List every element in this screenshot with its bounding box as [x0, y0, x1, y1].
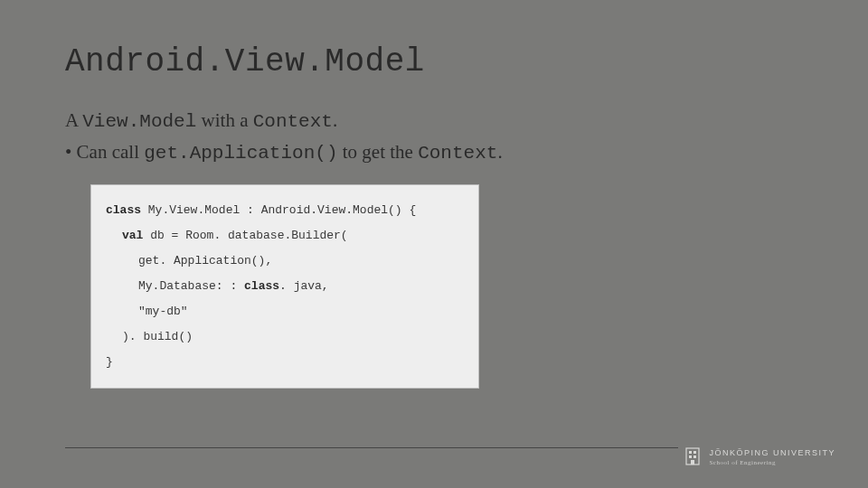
code-line-6: ). build()	[106, 324, 464, 350]
code-span-context2: Context	[418, 143, 497, 164]
code-text: My.Database: :	[138, 279, 244, 293]
bullet-text: • Can call	[65, 141, 144, 163]
text-prefix: A	[65, 109, 82, 131]
slide-title: Android.View.Model	[65, 43, 803, 80]
svg-rect-4	[693, 455, 696, 458]
school-name: School of Engineering	[709, 459, 835, 466]
code-line-2: val db = Room. database.Builder(	[106, 223, 464, 249]
code-text: . java,	[279, 279, 329, 293]
svg-rect-3	[689, 455, 692, 458]
svg-rect-2	[693, 451, 696, 454]
code-span-context: Context	[253, 111, 333, 132]
slide-content: Android.View.Model A View.Model with a C…	[0, 0, 868, 488]
footer-divider	[65, 447, 678, 448]
code-span-viewmodel: View.Model	[82, 111, 196, 132]
code-line-5: "my-db"	[106, 299, 464, 324]
keyword-val: val	[122, 229, 143, 242]
keyword-class2: class	[244, 279, 279, 293]
text-suffix: .	[333, 109, 337, 131]
code-line-1: class My.View.Model : Android.View.Model…	[106, 198, 464, 223]
university-logo-icon	[684, 446, 702, 468]
code-span-getapplication: get.Application()	[144, 143, 337, 164]
text-suffix2: .	[497, 141, 502, 163]
svg-rect-5	[691, 460, 694, 465]
body-line-1: A View.Model with a Context. • Can call …	[65, 106, 803, 168]
code-text: My.View.Model : Android.View.Model() {	[141, 203, 416, 217]
text-mid: with a	[196, 109, 252, 131]
footer-logo: JÖNKÖPING UNIVERSITY School of Engineeri…	[684, 446, 835, 468]
text-mid2: to get the	[338, 141, 419, 163]
code-line-3: get. Application(),	[106, 249, 464, 274]
svg-rect-1	[689, 451, 692, 454]
code-line-4: My.Database: : class. java,	[106, 274, 464, 299]
code-text: db = Room. database.Builder(	[143, 229, 347, 242]
footer-logo-text-wrap: JÖNKÖPING UNIVERSITY School of Engineeri…	[709, 448, 835, 465]
university-name: JÖNKÖPING UNIVERSITY	[709, 448, 835, 458]
code-block: class My.View.Model : Android.View.Model…	[90, 184, 479, 389]
keyword-class: class	[106, 203, 141, 217]
code-line-7: }	[106, 350, 464, 375]
